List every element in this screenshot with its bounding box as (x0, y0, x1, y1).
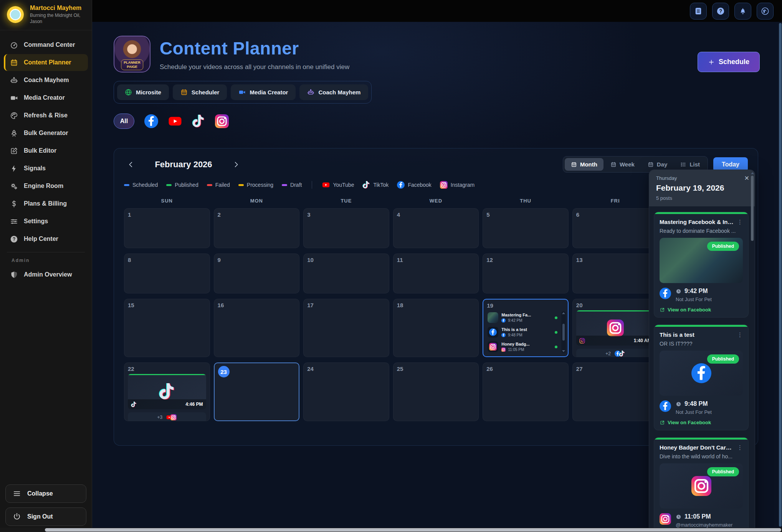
next-month-button[interactable] (229, 158, 243, 171)
sidebar-item-label: Admin Overview (24, 271, 72, 278)
collapse-label: Collapse (27, 490, 53, 497)
post-title: Mastering Fa... (501, 313, 552, 317)
day-cell-18[interactable]: 18 (393, 299, 479, 357)
sidebar-item-bulk-editor[interactable]: Bulk Editor (4, 142, 88, 159)
sidebar-item-command-center[interactable]: Command Center (4, 36, 88, 53)
sidebar-item-engine-room[interactable]: Engine Room (4, 178, 88, 194)
day-cell-25[interactable]: 25 (393, 362, 479, 421)
legend-status-failed: Failed (207, 182, 230, 188)
post-card-thumbnail[interactable]: Published (660, 238, 743, 283)
day-cell-15[interactable]: 15 (124, 299, 210, 357)
day-cell-8[interactable]: 8 (124, 254, 210, 293)
view-month-button[interactable]: Month (565, 158, 603, 171)
day-cell-2[interactable]: 2 (214, 208, 300, 248)
topbar-button-notifications-bell-icon[interactable] (734, 3, 751, 20)
sidebar-item-admin-overview[interactable]: Admin Overview (4, 266, 88, 283)
scroll-down-icon[interactable] (562, 350, 565, 352)
sidebar-item-refresh-rise[interactable]: Refresh & Rise (4, 107, 88, 124)
filter-tiktok-icon[interactable] (192, 115, 205, 128)
tab-scheduler[interactable]: Scheduler (173, 84, 227, 100)
close-icon[interactable]: ✕ (744, 175, 749, 182)
sidebar-item-signals[interactable]: Signals (4, 160, 88, 177)
filter-all-button[interactable]: All (114, 114, 134, 129)
sidebar-item-bulk-generator[interactable]: Bulk Generator (4, 125, 88, 142)
day-cell-24[interactable]: 24 (303, 362, 389, 421)
page-header: PLANNER PAIGE Content Planner Schedule y… (92, 22, 782, 72)
brand[interactable]: Martocci Mayhem Burning the Midnight Oil… (0, 0, 92, 30)
date-number: 17 (307, 302, 385, 308)
view-on-platform-link[interactable]: View on Facebook (660, 420, 743, 425)
post-card-thumbnail[interactable]: Published (660, 463, 743, 509)
day-cell-1[interactable]: 1 (124, 208, 210, 248)
tab-media-creator[interactable]: Media Creator (231, 84, 296, 100)
filter-youtube-icon[interactable] (168, 114, 182, 128)
legend-label: TikTok (373, 182, 389, 188)
facebook-icon (660, 400, 671, 412)
day-cell-5[interactable]: 5 (483, 208, 569, 248)
day-cell-20[interactable]: 201:40 AM+2 (572, 299, 658, 357)
day-cell-13[interactable]: 13 (572, 254, 658, 293)
filter-instagram-icon[interactable] (215, 114, 229, 128)
day-cell-11[interactable]: 11 (393, 254, 479, 293)
kebab-menu-icon[interactable]: ⋮ (737, 444, 743, 451)
day-cell-27[interactable]: 27 (572, 362, 658, 421)
view-week-button[interactable]: Week (604, 158, 641, 171)
kebab-menu-icon[interactable]: ⋮ (737, 219, 743, 226)
kebab-menu-icon[interactable]: ⋮ (737, 331, 743, 338)
sidebar-item-media-creator[interactable]: Media Creator (4, 89, 88, 106)
day-post-thumbnail[interactable]: 1:40 AM (576, 310, 655, 346)
post-card[interactable]: Mastering Facebook & Inst...⋮Ready to do… (654, 212, 749, 318)
day-cell-23[interactable]: 23 (214, 362, 300, 421)
post-card-thumbnail[interactable]: Published (660, 351, 743, 396)
day-post-thumbnail[interactable]: 4:46 PM (128, 374, 206, 409)
day-cell-12[interactable]: 12 (483, 254, 569, 293)
dow-header: MON (214, 198, 300, 204)
collapse-button[interactable]: Collapse (5, 484, 86, 503)
more-posts-pill[interactable]: +2 (576, 349, 655, 357)
topbar-button-help-icon[interactable] (712, 3, 729, 20)
calendar-post-item[interactable]: Mastering Fa...9:42 PM (487, 310, 558, 325)
view-list-button[interactable]: List (674, 158, 706, 171)
sidebar-item-content-planner[interactable]: Content Planner (4, 54, 88, 71)
sidebar-item-coach-mayhem[interactable]: Coach Mayhem (4, 72, 88, 89)
filter-facebook-icon[interactable] (144, 114, 158, 128)
topbar-button-language-globe-icon[interactable] (757, 3, 774, 20)
more-posts-pill[interactable]: +3 (128, 412, 206, 421)
published-badge: Published (707, 242, 739, 251)
schedule-button[interactable]: Schedule (698, 52, 760, 72)
day-cell-26[interactable]: 26 (483, 362, 569, 421)
sign-out-button[interactable]: Sign Out (5, 507, 86, 526)
day-cell-6[interactable]: 6 (572, 208, 658, 248)
sidebar-item-label: Content Planner (24, 59, 71, 66)
post-card[interactable]: Honey Badger Don't Care: ...⋮Dive into t… (654, 437, 749, 532)
globe-icon (125, 89, 132, 96)
calendar-post-item[interactable]: Honey Badg...11:05 PM (487, 339, 558, 354)
tiktok-icon (362, 181, 370, 189)
day-cell-4[interactable]: 4 (393, 208, 479, 248)
post-time: 9:48 PM (508, 333, 522, 337)
post-card[interactable]: This is a test⋮OR IS IT????Published9:48… (654, 324, 749, 430)
prev-month-button[interactable] (124, 158, 138, 171)
day-cell-16[interactable]: 16 (214, 299, 300, 357)
sidebar-item-settings[interactable]: Settings (4, 213, 88, 230)
scroll-up-icon[interactable] (562, 312, 565, 314)
cell-scrollbar[interactable] (561, 311, 566, 353)
day-cell-10[interactable]: 10 (303, 254, 389, 293)
day-cell-19[interactable]: 19Mastering Fa...9:42 PMThis is a test9:… (483, 299, 569, 357)
day-cell-9[interactable]: 9 (214, 254, 300, 293)
view-on-platform-link[interactable]: View on Facebook (660, 307, 743, 313)
day-cell-22[interactable]: 224:46 PM+3 (124, 362, 210, 421)
day-cell-3[interactable]: 3 (303, 208, 389, 248)
sidebar-item-help-center[interactable]: Help Center (4, 231, 88, 247)
page-horizontal-scrollbar[interactable] (45, 528, 781, 532)
topbar-button-activity-log-icon[interactable] (690, 3, 707, 20)
sidebar-item-plans-billing[interactable]: Plans & Billing (4, 195, 88, 212)
calendar-post-item[interactable]: This is a test9:48 PM (487, 325, 558, 339)
panel-scrollbar[interactable] (751, 172, 754, 529)
tab-microsite[interactable]: Microsite (117, 84, 169, 100)
page-vertical-scrollbar[interactable] (779, 23, 782, 527)
scroll-up-arrow[interactable] (751, 172, 754, 174)
tab-coach-mayhem[interactable]: Coach Mayhem (299, 84, 368, 100)
day-cell-17[interactable]: 17 (303, 299, 389, 357)
view-day-button[interactable]: Day (641, 158, 674, 171)
